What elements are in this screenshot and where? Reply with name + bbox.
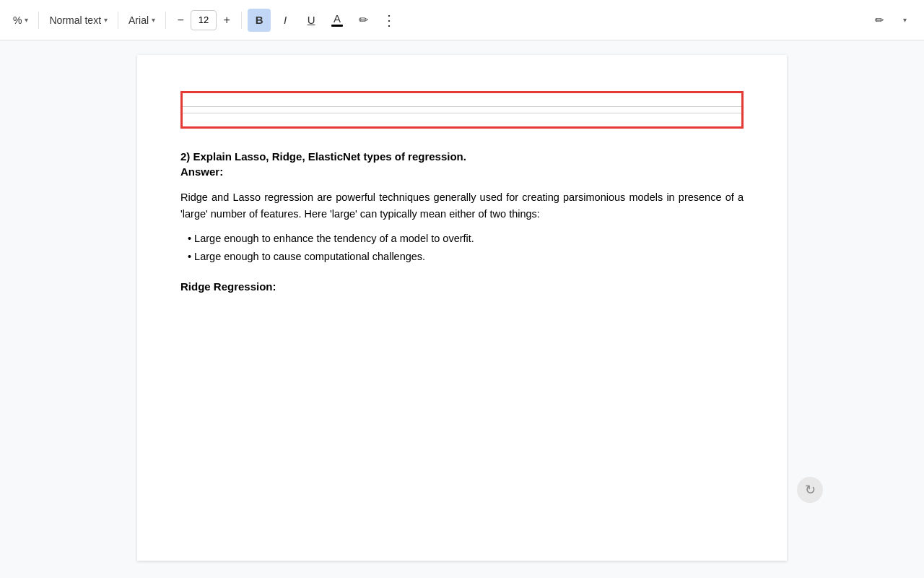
answer-heading: Answer: <box>180 165 744 178</box>
text-style-dropdown[interactable]: Normal text ▾ <box>45 12 112 29</box>
top-spacer <box>180 55 744 77</box>
edit-mode-arrow[interactable]: ▾ <box>892 9 915 32</box>
text-style-label: Normal text <box>49 14 101 26</box>
edit-mode-arrow-icon: ▾ <box>903 16 907 24</box>
italic-button[interactable]: I <box>274 9 297 32</box>
divider-4 <box>241 12 242 29</box>
ridge-regression-heading: Ridge Regression: <box>180 280 744 293</box>
font-size-control: − 12 + <box>172 10 235 30</box>
font-size-value[interactable]: 12 <box>191 10 217 30</box>
more-options-button[interactable]: ⋮ <box>378 9 401 32</box>
toolbar: % ▾ Normal text ▾ Arial ▾ − 12 + B I U <box>0 0 924 40</box>
document-page: ↻ 2) Explain Lasso, Ridge, ElasticNet ty… <box>137 55 787 561</box>
paint-icon: ✏ <box>359 13 368 27</box>
font-color-bar <box>331 25 343 27</box>
bullet-item-1: • Large enough to enhance the tendency o… <box>188 230 744 248</box>
divider-2 <box>118 12 118 29</box>
body-text-1: Ridge and Lasso regression are powerful … <box>180 189 744 223</box>
font-size-decrease-button[interactable]: − <box>172 10 189 30</box>
font-size-increase-button[interactable]: + <box>218 10 235 30</box>
underline-button[interactable]: U <box>300 9 323 32</box>
content-area: ↻ 2) Explain Lasso, Ridge, ElasticNet ty… <box>0 40 924 578</box>
bold-button[interactable]: B <box>248 9 271 32</box>
paint-format-button[interactable]: ✏ <box>352 9 375 32</box>
more-icon: ⋮ <box>382 12 397 29</box>
zoom-control[interactable]: % ▾ <box>9 12 32 29</box>
red-bordered-section <box>180 91 744 129</box>
edit-icon-right: ✏ ▾ <box>868 9 915 32</box>
document-content: 2) Explain Lasso, Ridge, ElasticNet type… <box>180 143 744 293</box>
font-arrow: ▾ <box>152 16 155 24</box>
question-heading: 2) Explain Lasso, Ridge, ElasticNet type… <box>180 150 744 163</box>
zoom-label: % <box>13 14 22 26</box>
divider-3 <box>165 12 166 29</box>
section-line-1 <box>183 106 741 107</box>
font-color-button[interactable]: A <box>326 9 349 32</box>
zoom-arrow: ▾ <box>25 16 28 24</box>
section-line-2 <box>183 113 741 113</box>
font-dropdown[interactable]: Arial ▾ <box>124 12 160 29</box>
redo-icon[interactable]: ↻ <box>797 477 823 503</box>
edit-pencil-button[interactable]: ✏ <box>868 9 891 32</box>
edit-pencil-icon: ✏ <box>875 14 884 27</box>
font-label: Arial <box>128 14 149 26</box>
font-color-icon: A <box>331 13 343 27</box>
divider-1 <box>38 12 39 29</box>
text-style-arrow: ▾ <box>104 16 108 24</box>
bullet-item-2: • Large enough to cause computational ch… <box>188 248 744 266</box>
